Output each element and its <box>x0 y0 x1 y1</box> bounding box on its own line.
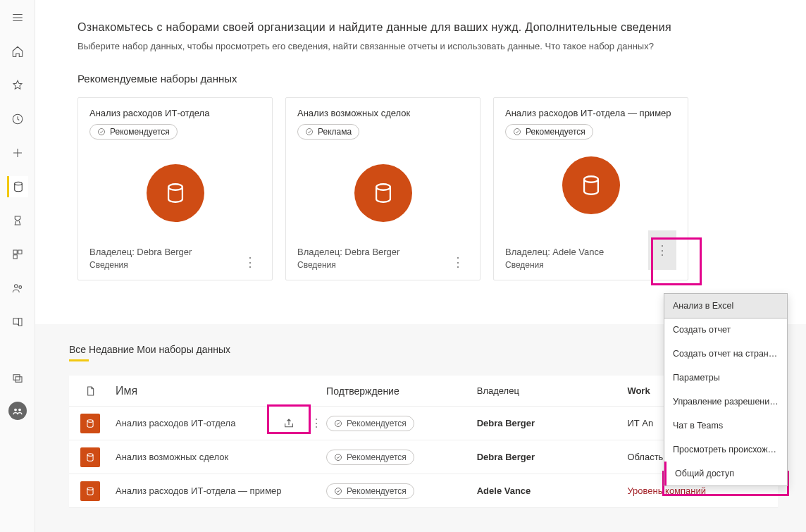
active-tab-indicator <box>69 359 89 361</box>
menu-item-share[interactable]: Общий доступ <box>664 462 787 485</box>
dataset-circle-icon <box>562 156 620 214</box>
menu-item-view-lineage[interactable]: Просмотреть происхождение <box>664 438 787 462</box>
dataset-row-icon <box>80 447 100 467</box>
recent-icon[interactable] <box>7 109 28 130</box>
learn-icon[interactable] <box>7 311 28 333</box>
dataset-card[interactable]: Анализ расходов ИТ-отдела Рекомендуется … <box>78 97 273 280</box>
card-icon-area <box>89 140 261 247</box>
people-icon[interactable] <box>7 278 28 299</box>
svg-point-18 <box>335 420 342 426</box>
svg-point-22 <box>335 488 342 494</box>
row-owner: Debra Berger <box>477 452 628 462</box>
svg-rect-2 <box>13 250 17 254</box>
svg-point-16 <box>584 176 598 183</box>
card-footer: Владелец: Debra Berger Сведения ⋮ <box>297 247 469 270</box>
details-link[interactable]: Сведения <box>89 260 192 270</box>
dataset-card[interactable]: Анализ возможных сделок Реклама Владелец… <box>285 97 480 280</box>
workspace-avatar-icon[interactable] <box>8 402 27 420</box>
svg-rect-7 <box>13 375 20 381</box>
row-name: Анализ расходов ИТ-отдела <box>116 418 235 428</box>
check-circle-icon <box>334 487 342 495</box>
row-owner: Adele Vance <box>477 485 628 496</box>
owner-line: Владелец: Debra Berger <box>89 247 192 257</box>
svg-point-17 <box>87 419 93 422</box>
intro-text: Ознакомьтесь с наборами своей организаци… <box>78 21 778 34</box>
menu-item-create-report[interactable]: Создать отчет <box>664 318 787 342</box>
datasets-icon[interactable] <box>7 176 28 197</box>
plus-icon[interactable] <box>7 142 28 163</box>
badge-label: Рекомендуется <box>110 127 170 137</box>
svg-rect-8 <box>16 377 22 383</box>
badge-label: Рекомендуется <box>526 127 585 137</box>
more-options-button[interactable]: ⋮ <box>648 230 676 270</box>
share-button[interactable] <box>271 412 306 435</box>
star-icon[interactable] <box>7 75 28 96</box>
row-owner: Debra Berger <box>477 418 628 428</box>
card-title: Анализ возможных сделок <box>297 108 469 118</box>
svg-point-15 <box>514 129 521 135</box>
menu-item-analyze-excel[interactable]: Анализ в Excel <box>664 293 788 318</box>
goals-icon[interactable] <box>7 210 28 231</box>
svg-point-10 <box>18 409 21 412</box>
svg-point-14 <box>376 184 390 190</box>
svg-rect-4 <box>13 255 17 259</box>
header-name[interactable]: Имя <box>111 385 326 397</box>
file-icon <box>85 385 96 397</box>
owner-line: Владелец: Adele Vance <box>505 247 604 257</box>
owner-line: Владелец: Debra Berger <box>297 247 399 257</box>
context-menu: Анализ в Excel Создать отчет Создать отч… <box>664 293 788 486</box>
details-link[interactable]: Сведения <box>297 260 399 270</box>
more-options-button[interactable]: ⋮ <box>240 254 261 270</box>
hamburger-icon[interactable] <box>7 7 28 28</box>
svg-point-21 <box>87 487 93 490</box>
svg-point-5 <box>14 285 18 288</box>
cards-row: Анализ расходов ИТ-отдела Рекомендуется … <box>78 97 778 280</box>
check-circle-icon <box>305 128 314 136</box>
home-icon[interactable] <box>7 41 28 62</box>
dataset-card[interactable]: Анализ расходов ИТ-отдела — пример Реком… <box>493 97 688 280</box>
svg-point-1 <box>15 182 23 185</box>
dataset-circle-icon <box>354 164 412 222</box>
check-circle-icon <box>97 128 106 136</box>
confirmation-pill: Рекомендуется <box>326 416 414 431</box>
more-options-button[interactable]: ⋮ <box>447 254 469 270</box>
svg-point-6 <box>18 286 21 289</box>
card-title: Анализ расходов ИТ-отдела <box>89 108 261 118</box>
recommended-header: Рекомендуемые наборы данных <box>78 73 778 85</box>
details-link[interactable]: Сведения <box>505 260 604 270</box>
endorsement-badge: Рекомендуется <box>505 124 593 140</box>
confirmation-pill: Рекомендуется <box>326 483 414 499</box>
menu-item-manage-permissions[interactable]: Управление разрешениями <box>664 390 787 414</box>
header-owner[interactable]: Владелец <box>477 385 628 396</box>
main-content: Ознакомьтесь с наборами своей организаци… <box>35 0 806 280</box>
svg-point-9 <box>14 409 17 412</box>
card-icon-area <box>505 140 676 230</box>
menu-item-chat-teams[interactable]: Чат в Teams <box>664 414 787 438</box>
card-footer: Владелец: Debra Berger Сведения ⋮ <box>89 247 261 270</box>
workspaces-icon[interactable] <box>7 368 28 389</box>
header-icon-col <box>69 385 111 397</box>
subintro-text: Выберите набор данных, чтобы просмотреть… <box>78 41 778 51</box>
svg-point-12 <box>168 184 182 190</box>
svg-point-11 <box>99 129 105 135</box>
svg-rect-3 <box>18 250 21 254</box>
card-icon-area <box>297 140 469 247</box>
row-workspace[interactable]: Уровень компаний <box>627 485 778 496</box>
svg-point-19 <box>87 453 93 456</box>
svg-point-20 <box>335 454 342 460</box>
row-name: Анализ расходов ИТ-отдела — пример <box>116 485 282 496</box>
menu-item-settings[interactable]: Параметры <box>664 366 787 390</box>
check-circle-icon <box>334 453 342 462</box>
menu-item-create-report-page[interactable]: Создать отчет на страницу <box>664 342 787 366</box>
dataset-circle-icon <box>147 164 204 222</box>
check-circle-icon <box>334 419 342 428</box>
card-title: Анализ расходов ИТ-отдела — пример <box>505 108 676 118</box>
svg-point-13 <box>306 129 313 135</box>
header-confirmation[interactable]: Подтверждение <box>326 385 477 397</box>
card-footer: Владелец: Adele Vance Сведения ⋮ <box>505 230 676 270</box>
check-circle-icon <box>513 128 521 136</box>
endorsement-badge: Рекомендуется <box>89 124 178 140</box>
row-more-options-button[interactable]: ⋮ <box>306 416 326 430</box>
confirmation-pill: Рекомендуется <box>326 450 414 465</box>
apps-icon[interactable] <box>7 244 28 265</box>
